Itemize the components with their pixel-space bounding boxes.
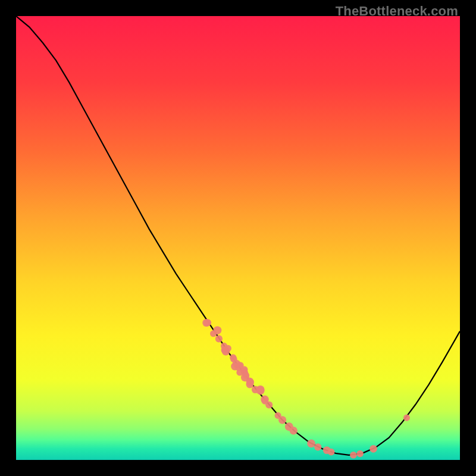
bottleneck-curve	[16, 16, 460, 455]
data-marker	[328, 449, 335, 456]
data-marker	[221, 343, 227, 349]
data-marker	[307, 440, 315, 448]
plot-area	[16, 16, 460, 460]
data-markers	[202, 319, 410, 459]
data-marker	[233, 360, 240, 368]
curve-layer	[16, 16, 460, 460]
data-marker	[210, 330, 217, 337]
data-marker	[314, 443, 321, 450]
attribution-label: TheBottleneck.com	[336, 4, 458, 19]
data-marker	[356, 450, 363, 457]
data-marker	[241, 366, 248, 372]
data-marker	[246, 381, 253, 389]
data-marker	[369, 445, 377, 453]
data-marker	[403, 415, 410, 421]
data-marker	[243, 372, 249, 378]
data-marker	[204, 319, 211, 326]
data-marker	[265, 401, 273, 408]
data-marker	[278, 416, 286, 424]
data-marker	[290, 427, 298, 434]
data-marker	[350, 452, 357, 459]
data-marker	[256, 387, 265, 395]
bottleneck-chart: TheBottleneck.com	[0, 0, 476, 476]
data-marker	[215, 335, 223, 342]
